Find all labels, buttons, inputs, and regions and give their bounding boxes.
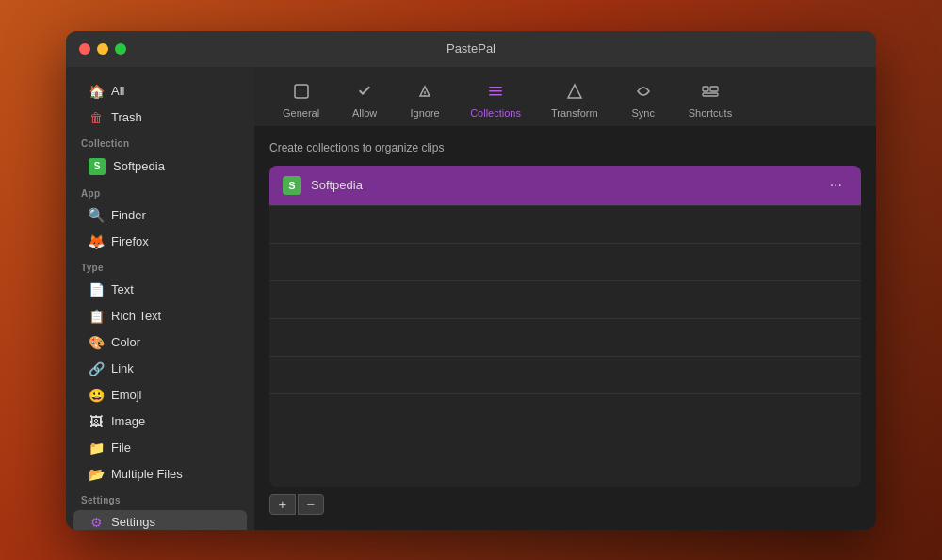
link-icon: 🔗 [89,361,104,376]
sidebar-label-all: All [111,84,124,98]
add-collection-button[interactable]: + [269,494,296,515]
tab-ignore[interactable]: Ignore [397,74,453,126]
collection-row-empty-5 [269,357,861,394]
collection-row-softpedia[interactable]: S Softpedia ··· [269,166,861,206]
tab-sync-label: Sync [631,107,654,119]
tab-ignore-icon [415,82,434,104]
image-icon: 🖼 [89,414,104,429]
section-label-collection: Collection [66,131,254,152]
traffic-lights [79,43,126,55]
minimize-button[interactable] [97,43,108,55]
sidebar-item-finder[interactable]: 🔍 Finder [73,203,247,228]
softpedia-collection-icon: S [283,176,301,195]
collection-row-empty-1 [269,206,861,244]
settings-icon: ⚙ [89,515,104,530]
sidebar-label-file: File [111,440,131,455]
home-icon: 🏠 [89,84,104,99]
tab-bar: General Allow [254,67,876,126]
collection-row-empty-3 [269,281,861,319]
sidebar-label-image: Image [111,414,145,428]
richtext-icon: 📋 [89,309,104,324]
color-icon: 🎨 [89,335,104,350]
sidebar-item-multiplefiles[interactable]: 📂 Multiple Files [73,462,247,487]
sidebar-item-emoji[interactable]: 😀 Emoji [73,383,247,408]
svg-rect-7 [703,87,708,91]
collection-menu-button[interactable]: ··· [824,175,848,196]
tab-general-label: General [283,107,319,119]
sidebar-item-file[interactable]: 📁 File [73,436,247,460]
sidebar-item-link[interactable]: 🔗 Link [73,357,247,381]
trash-icon: 🗑 [89,110,104,125]
sidebar-label-text: Text [111,282,134,296]
sidebar-label-emoji: Emoji [111,388,142,402]
tab-general-icon [292,82,311,104]
content-area: Create collections to organize clips S S… [254,126,876,530]
sidebar-label-link: Link [111,361,134,376]
tab-shortcuts-icon [701,82,720,104]
main-content: 🏠 All 🗑 Trash Collection S Softpedia App… [66,67,876,530]
emoji-icon: 😀 [89,388,104,403]
text-type-icon: 📄 [89,282,104,297]
remove-collection-button[interactable]: − [298,494,324,515]
tab-collections[interactable]: Collections [457,74,534,126]
sidebar-label-firefox: Firefox [111,234,149,248]
collection-row-empty-6 [269,394,861,487]
sidebar-item-softpedia[interactable]: S Softpedia [73,153,247,180]
svg-marker-6 [568,85,581,98]
tab-transform[interactable]: Transform [538,74,611,126]
svg-point-2 [424,94,425,95]
tab-shortcuts[interactable]: Shortcuts [675,74,745,126]
main-window: PastePal 🏠 All 🗑 Trash Collection S Soft… [66,31,876,530]
firefox-icon: 🦊 [89,234,104,249]
sidebar-label-multiplefiles: Multiple Files [111,467,183,481]
tab-transform-icon [565,82,584,104]
sidebar-label-color: Color [111,335,140,349]
sidebar-item-settings[interactable]: ⚙ Settings [73,510,247,530]
sidebar-item-richtext[interactable]: 📋 Rich Text [73,304,247,328]
file-icon: 📁 [89,440,104,456]
right-panel: General Allow [254,67,876,530]
action-bar: + − [269,487,861,515]
sidebar-label-finder: Finder [111,208,146,222]
svg-rect-3 [489,87,502,88]
close-button[interactable] [79,43,90,55]
svg-rect-5 [489,94,502,96]
collections-list: S Softpedia ··· [269,166,861,487]
section-label-app: App [66,181,254,202]
svg-rect-0 [295,85,308,98]
tab-sync-icon [634,82,653,104]
svg-rect-9 [703,93,718,96]
sidebar-item-all[interactable]: 🏠 All [73,79,247,104]
maximize-button[interactable] [115,43,126,55]
finder-icon: 🔍 [89,208,104,223]
svg-rect-8 [710,87,718,91]
collection-name-softpedia: Softpedia [311,178,824,192]
section-label-settings: Settings [66,488,254,509]
tab-collections-icon [486,82,505,104]
tab-ignore-label: Ignore [411,107,440,119]
tab-collections-label: Collections [470,107,521,119]
sidebar-item-text[interactable]: 📄 Text [73,278,247,302]
tab-allow[interactable]: Allow [336,74,393,126]
softpedia-icon: S [89,158,106,175]
collection-row-empty-4 [269,319,861,357]
tab-transform-label: Transform [551,107,598,119]
sidebar-item-firefox[interactable]: 🦊 Firefox [73,230,247,254]
sidebar-label-settings: Settings [111,515,155,529]
sidebar-label-trash: Trash [111,110,142,124]
section-label-type: Type [66,255,254,277]
multiplefiles-icon: 📂 [89,467,104,482]
sidebar-item-color[interactable]: 🎨 Color [73,330,247,355]
tab-shortcuts-label: Shortcuts [689,107,732,119]
sidebar-item-image[interactable]: 🖼 Image [73,409,247,434]
sidebar: 🏠 All 🗑 Trash Collection S Softpedia App… [66,67,254,530]
tab-general[interactable]: General [269,74,333,126]
svg-rect-4 [489,90,502,92]
tab-sync[interactable]: Sync [615,74,672,126]
titlebar: PastePal [66,31,876,67]
sidebar-item-trash[interactable]: 🗑 Trash [73,105,247,130]
window-title: PastePal [447,41,495,56]
sidebar-label-softpedia: Softpedia [113,159,165,173]
tab-allow-icon [355,82,374,104]
collection-row-empty-2 [269,244,861,281]
